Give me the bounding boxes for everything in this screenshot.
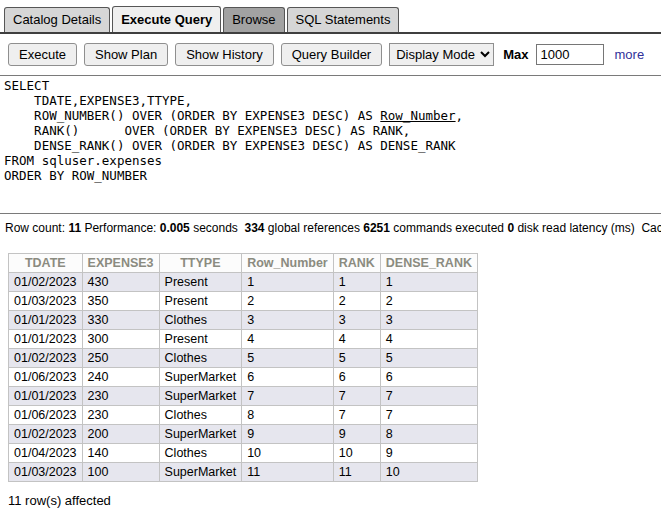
- display-mode-select[interactable]: Display Mode: [389, 43, 494, 66]
- table-cell: 01/01/2023: [9, 311, 83, 330]
- table-cell: 230: [82, 406, 159, 425]
- tab-sql-statements[interactable]: SQL Statements: [287, 7, 400, 32]
- table-cell: 1: [380, 273, 477, 292]
- table-cell: 01/04/2023: [9, 444, 83, 463]
- table-cell: 01/06/2023: [9, 406, 83, 425]
- table-row: 01/03/2023100SuperMarket111110: [9, 463, 478, 482]
- table-row: 01/01/2023230SuperMarket777: [9, 387, 478, 406]
- table-cell: 100: [82, 463, 159, 482]
- tab-execute-query[interactable]: Execute Query: [112, 6, 221, 32]
- table-cell: 7: [380, 387, 477, 406]
- table-cell: 9: [242, 425, 334, 444]
- table-cell: Clothes: [159, 349, 242, 368]
- table-cell: 250: [82, 349, 159, 368]
- table-cell: 3: [380, 311, 477, 330]
- table-row: 01/02/2023250Clothes555: [9, 349, 478, 368]
- table-cell: 9: [380, 444, 477, 463]
- table-cell: 330: [82, 311, 159, 330]
- status-bar: Row count: 11 Performance: 0.005 seconds…: [0, 214, 661, 235]
- table-cell: 01/03/2023: [9, 463, 83, 482]
- table-cell: 01/01/2023: [9, 387, 83, 406]
- table-cell: 200: [82, 425, 159, 444]
- table-cell: 3: [333, 311, 380, 330]
- table-cell: Present: [159, 330, 242, 349]
- table-cell: Clothes: [159, 406, 242, 425]
- table-cell: 5: [242, 349, 334, 368]
- table-cell: 2: [242, 292, 334, 311]
- table-cell: Present: [159, 292, 242, 311]
- tab-catalog-details[interactable]: Catalog Details: [4, 7, 110, 32]
- table-row: 01/01/2023330Clothes333: [9, 311, 478, 330]
- table-cell: 300: [82, 330, 159, 349]
- table-row: 01/01/2023300Present444: [9, 330, 478, 349]
- table-cell: 10: [333, 444, 380, 463]
- table-cell: Clothes: [159, 311, 242, 330]
- show-plan-button[interactable]: Show Plan: [84, 43, 168, 66]
- table-cell: 3: [242, 311, 334, 330]
- column-header-dense_rank: DENSE_RANK: [380, 254, 477, 273]
- tab-browse[interactable]: Browse: [223, 7, 284, 32]
- table-cell: 7: [242, 387, 334, 406]
- column-header-expense3: EXPENSE3: [82, 254, 159, 273]
- table-cell: Present: [159, 273, 242, 292]
- column-header-rank: RANK: [333, 254, 380, 273]
- table-row: 01/03/2023350Present222: [9, 292, 478, 311]
- table-cell: 5: [333, 349, 380, 368]
- toolbar: Execute Show Plan Show History Query Bui…: [0, 34, 661, 75]
- execute-button[interactable]: Execute: [8, 43, 77, 66]
- query-builder-button[interactable]: Query Builder: [281, 43, 382, 66]
- table-cell: 230: [82, 387, 159, 406]
- table-cell: 6: [242, 368, 334, 387]
- table-cell: 4: [333, 330, 380, 349]
- table-cell: 01/02/2023: [9, 425, 83, 444]
- more-link[interactable]: more: [615, 47, 645, 62]
- table-cell: 4: [380, 330, 477, 349]
- table-row: 01/04/2023140Clothes10109: [9, 444, 478, 463]
- column-header-ttype: TTYPE: [159, 254, 242, 273]
- rows-affected-text: 11 row(s) affected: [8, 493, 661, 508]
- table-cell: 01/06/2023: [9, 368, 83, 387]
- result-table: TDATEEXPENSE3TTYPERow_NumberRANKDENSE_RA…: [8, 253, 478, 482]
- table-cell: 01/02/2023: [9, 349, 83, 368]
- table-cell: 1: [242, 273, 334, 292]
- table-cell: 11: [242, 463, 334, 482]
- table-cell: 5: [380, 349, 477, 368]
- max-rows-input[interactable]: [536, 44, 604, 65]
- table-cell: 240: [82, 368, 159, 387]
- table-cell: 1: [333, 273, 380, 292]
- table-cell: 10: [380, 463, 477, 482]
- table-row: 01/02/2023430Present111: [9, 273, 478, 292]
- result-table-body: 01/02/2023430Present11101/03/2023350Pres…: [9, 273, 478, 482]
- table-cell: 7: [333, 406, 380, 425]
- table-cell: 01/02/2023: [9, 273, 83, 292]
- table-cell: 8: [242, 406, 334, 425]
- table-cell: 6: [333, 368, 380, 387]
- table-cell: 01/03/2023: [9, 292, 83, 311]
- table-cell: Clothes: [159, 444, 242, 463]
- tab-bar: Catalog DetailsExecute QueryBrowseSQL St…: [0, 0, 661, 34]
- table-cell: SuperMarket: [159, 425, 242, 444]
- table-cell: 140: [82, 444, 159, 463]
- table-cell: 430: [82, 273, 159, 292]
- table-cell: 2: [380, 292, 477, 311]
- table-cell: 01/01/2023: [9, 330, 83, 349]
- table-cell: SuperMarket: [159, 368, 242, 387]
- table-cell: 7: [380, 406, 477, 425]
- table-cell: 350: [82, 292, 159, 311]
- table-row: 01/06/2023240SuperMarket666: [9, 368, 478, 387]
- max-label: Max: [503, 47, 528, 62]
- table-cell: 9: [333, 425, 380, 444]
- table-cell: 11: [333, 463, 380, 482]
- table-cell: 10: [242, 444, 334, 463]
- show-history-button[interactable]: Show History: [175, 43, 274, 66]
- column-header-row_number: Row_Number: [242, 254, 334, 273]
- table-row: 01/06/2023230Clothes877: [9, 406, 478, 425]
- table-cell: 6: [380, 368, 477, 387]
- table-cell: 4: [242, 330, 334, 349]
- result-table-header-row: TDATEEXPENSE3TTYPERow_NumberRANKDENSE_RA…: [9, 254, 478, 273]
- table-cell: 8: [380, 425, 477, 444]
- sql-editor[interactable]: SELECT TDATE,EXPENSE3,TTYPE, ROW_NUMBER(…: [0, 75, 661, 214]
- table-cell: 2: [333, 292, 380, 311]
- column-header-tdate: TDATE: [9, 254, 83, 273]
- table-cell: SuperMarket: [159, 387, 242, 406]
